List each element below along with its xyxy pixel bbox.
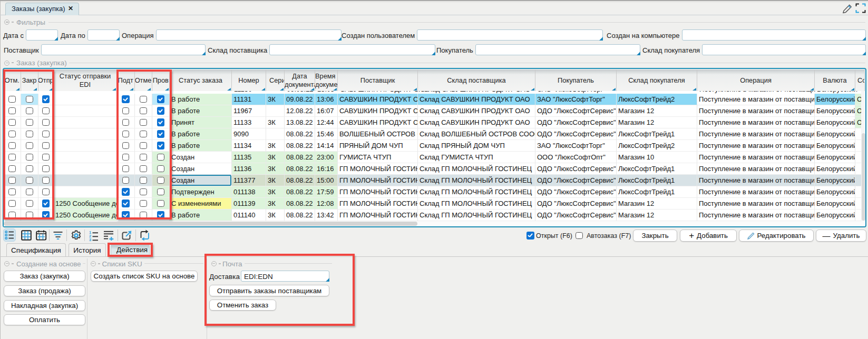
- svg-text:3: 3: [89, 237, 91, 241]
